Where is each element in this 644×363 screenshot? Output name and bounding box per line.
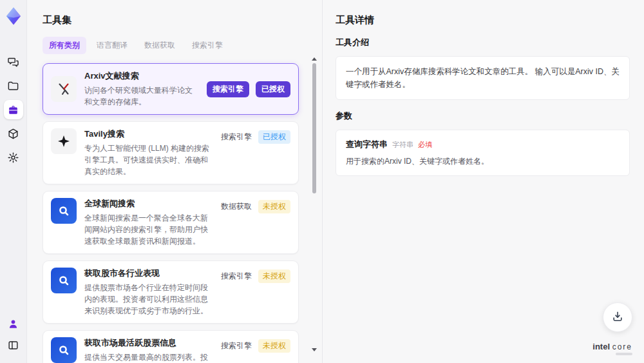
arxiv-logo-icon bbox=[51, 76, 77, 102]
tool-name: 获取市场最活跃股票信息 bbox=[84, 337, 213, 349]
tool-list: Arxiv文献搜索 访问各个研究领域大量科学论文和文章的存储库。 搜索引擎 已授… bbox=[43, 63, 308, 363]
tool-card[interactable]: Arxiv文献搜索 访问各个研究领域大量科学论文和文章的存储库。 搜索引擎 已授… bbox=[43, 63, 299, 115]
tool-description: 访问各个研究领域大量科学论文和文章的存储库。 bbox=[84, 84, 199, 108]
tool-auth-badge: 已授权 bbox=[256, 81, 290, 97]
tool-name: Arxiv文献搜索 bbox=[84, 70, 199, 82]
gem-logo-icon bbox=[3, 5, 24, 27]
star-icon bbox=[51, 128, 77, 154]
tab-所有类别[interactable]: 所有类别 bbox=[43, 37, 86, 54]
rail-item-panel-toggle-icon[interactable] bbox=[4, 335, 23, 355]
param-required-flag: 必填 bbox=[418, 140, 432, 150]
tool-name: 获取股市各行业表现 bbox=[84, 268, 213, 279]
scrollbar-thumb[interactable] bbox=[312, 63, 316, 193]
rail-bottom-nav bbox=[4, 312, 23, 357]
tool-category-tag: 搜索引擎 bbox=[221, 271, 252, 282]
rail-item-briefcase-icon[interactable] bbox=[4, 100, 23, 119]
tool-category-tag: 搜索引擎 bbox=[221, 340, 252, 351]
cube-icon bbox=[7, 128, 19, 140]
intro-card: 一个用于从Arxiv存储库搜索科学论文和文章的工具。 输入可以是Arxiv ID… bbox=[336, 56, 630, 100]
tool-description: 专为人工智能代理 (LLM) 构建的搜索引擎工具。可快速提供实时、准确和真实的结… bbox=[84, 142, 213, 177]
tool-description: 全球新闻搜索是一个聚合全球各大新闻网站内容的搜索引擎，帮助用户快速获取全球最新资… bbox=[84, 212, 213, 247]
param-card: 查询字符串 字符串 必填 用于搜索的Arxiv ID、关键字或作者姓名。 bbox=[336, 130, 630, 176]
tools-panel: 工具集 所有类别语言翻译数据获取搜索引擎 Arxiv文献搜索 访问各个研究领域大… bbox=[27, 0, 322, 363]
details-title: 工具详情 bbox=[336, 14, 630, 26]
tool-category-tag: 数据获取 bbox=[221, 201, 252, 212]
rail-item-gear-icon[interactable] bbox=[4, 148, 23, 167]
briefcase-icon bbox=[7, 104, 19, 116]
tool-auth-badge: 已授权 bbox=[258, 130, 290, 144]
scroll-up-arrow[interactable] bbox=[312, 57, 317, 61]
rail-item-chat-icon[interactable] bbox=[4, 52, 23, 72]
intro-text: 一个用于从Arxiv存储库搜索科学论文和文章的工具。 输入可以是Arxiv ID… bbox=[346, 65, 620, 91]
search-icon bbox=[51, 268, 77, 293]
download-button[interactable] bbox=[603, 302, 632, 332]
app-window: 工具集 所有类别语言翻译数据获取搜索引擎 Arxiv文献搜索 访问各个研究领域大… bbox=[0, 0, 644, 363]
tool-auth-badge: 未授权 bbox=[258, 270, 290, 283]
intel-core-logo: intel core bbox=[592, 342, 632, 355]
intro-heading: 工具介绍 bbox=[336, 37, 630, 48]
rail-item-folder-icon[interactable] bbox=[4, 76, 23, 95]
intel-wordmark: intel bbox=[592, 342, 610, 351]
params-heading: 参数 bbox=[336, 110, 630, 122]
panel-toggle-icon bbox=[7, 339, 19, 351]
tool-card[interactable]: 获取股市各行业表现 提供股票市场各个行业在特定时间段内的表现。投资者可以利用这些… bbox=[43, 260, 299, 324]
tab-语言翻译[interactable]: 语言翻译 bbox=[90, 37, 134, 54]
core-wordmark: core bbox=[612, 342, 632, 351]
search-icon bbox=[51, 198, 77, 224]
rail-item-cube-icon[interactable] bbox=[4, 124, 23, 143]
tool-card[interactable]: Tavily搜索 专为人工智能代理 (LLM) 构建的搜索引擎工具。可快速提供实… bbox=[43, 121, 299, 184]
details-panel: 工具详情 工具介绍 一个用于从Arxiv存储库搜索科学论文和文章的工具。 输入可… bbox=[322, 0, 644, 363]
tool-category-tag: 搜索引擎 bbox=[207, 81, 249, 97]
chat-icon bbox=[7, 56, 19, 68]
tool-auth-badge: 未授权 bbox=[258, 200, 290, 213]
tool-name: 全球新闻搜索 bbox=[84, 198, 213, 210]
rail-top-nav bbox=[4, 48, 23, 172]
tool-auth-badge: 未授权 bbox=[258, 339, 290, 353]
scroll-down-arrow[interactable] bbox=[312, 348, 317, 351]
user-icon bbox=[7, 318, 19, 330]
param-description: 用于搜索的Arxiv ID、关键字或作者姓名。 bbox=[346, 156, 620, 167]
rail-item-user-icon[interactable] bbox=[4, 314, 23, 333]
tool-description: 提供当天交易量最高的股票列表。投资者可以利用这些信息来识别流动性强的股票和潜在的… bbox=[84, 351, 213, 363]
nav-rail bbox=[0, 0, 27, 363]
param-name: 查询字符串 bbox=[346, 139, 388, 150]
category-tabs: 所有类别语言翻译数据获取搜索引擎 bbox=[43, 37, 308, 54]
search-icon bbox=[51, 337, 77, 363]
folder-icon bbox=[7, 80, 19, 92]
tool-name: Tavily搜索 bbox=[84, 128, 213, 140]
tab-数据获取[interactable]: 数据获取 bbox=[138, 37, 182, 54]
tools-panel-title: 工具集 bbox=[43, 14, 308, 26]
tool-description: 提供股票市场各个行业在特定时间段内的表现。投资者可以利用这些信息来识别表现优于或… bbox=[84, 282, 213, 317]
tab-搜索引擎[interactable]: 搜索引擎 bbox=[185, 37, 229, 54]
tool-card[interactable]: 获取市场最活跃股票信息 提供当天交易量最高的股票列表。投资者可以利用这些信息来识… bbox=[43, 330, 299, 363]
download-icon bbox=[611, 310, 624, 325]
tool-category-tag: 搜索引擎 bbox=[221, 132, 252, 142]
param-type: 字符串 bbox=[392, 140, 413, 150]
gear-icon bbox=[7, 152, 19, 164]
tool-card[interactable]: 全球新闻搜索 全球新闻搜索是一个聚合全球各大新闻网站内容的搜索引擎，帮助用户快速… bbox=[43, 191, 299, 254]
